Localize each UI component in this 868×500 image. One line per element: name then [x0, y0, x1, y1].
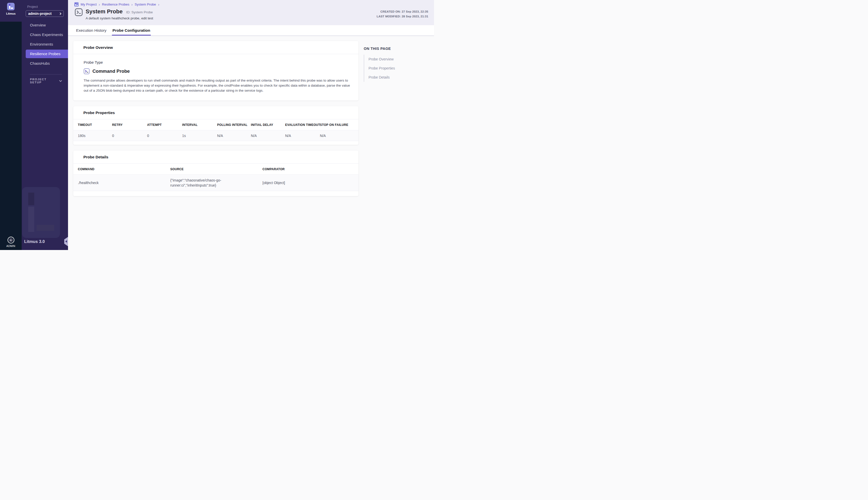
breadcrumb-separator: › — [99, 2, 100, 7]
tab-probe-configuration[interactable]: Probe Configuration — [113, 25, 150, 35]
chevron-right-icon — [59, 13, 61, 15]
sidebar-item-overview[interactable]: Overview — [22, 21, 68, 30]
breadcrumb-separator: › — [132, 2, 133, 7]
main-area: My Project › Resilience Probes › System … — [68, 0, 434, 250]
breadcrumb-separator: › — [158, 2, 159, 7]
details-header-row: COMMAND SOURCE COMPARATOR — [73, 164, 359, 175]
project-selector-value: admin-project — [28, 12, 52, 15]
sidebar-item-environments[interactable]: Environments — [22, 40, 68, 48]
val-interval: 1s — [182, 134, 217, 138]
probe-details-heading: Probe Details — [73, 150, 359, 164]
val-stop-on-failure: N/A — [320, 134, 359, 138]
probe-type-label: Probe Type — [83, 60, 356, 65]
onpage-link-probe-properties[interactable]: Probe Properties — [369, 64, 427, 73]
rail-brand-block: Litmus — [0, 0, 22, 22]
tab-bar: Execution History Probe Configuration — [68, 25, 434, 36]
val-attempt: 0 — [147, 134, 182, 138]
project-setup-label: PROJECT SETUP — [30, 78, 59, 84]
breadcrumb-system-probe[interactable]: System Probe — [135, 2, 156, 6]
content: Probe Overview Probe Type Command Probe … — [68, 36, 434, 250]
onpage-link-probe-overview[interactable]: Probe Overview — [369, 55, 427, 64]
probe-id: ID: System Probe — [126, 10, 153, 14]
page-title: System Probe — [86, 8, 123, 15]
sidebar-item-resilience-probes[interactable]: Resilience Probes — [26, 49, 68, 58]
card-footer-spacer — [73, 191, 359, 196]
col-polling-interval: POLLING INTERVAL — [217, 123, 251, 127]
col-timeout: TIMEOUT — [78, 123, 112, 127]
collapse-arrow-icon — [65, 240, 67, 243]
col-retry: RETRY — [112, 123, 147, 127]
sidebar-item-chaos-experiments[interactable]: Chaos Experiments — [22, 31, 68, 39]
breadcrumb-resilience-probes[interactable]: Resilience Probes — [102, 2, 129, 6]
title-block: System Probe ID: System Probe A default … — [75, 8, 153, 20]
val-retry: 0 — [112, 134, 147, 138]
avatar[interactable]: A — [8, 237, 14, 243]
probe-properties-heading: Probe Properties — [73, 106, 359, 120]
sidebar-divider — [30, 74, 62, 75]
logo-horizontal-bar — [11, 8, 13, 9]
project-label: Project — [27, 5, 68, 9]
page-header: My Project › Resilience Probes › System … — [68, 0, 434, 25]
sidebar: Project admin-project Overview Chaos Exp… — [22, 0, 68, 250]
on-this-page-nav: ON THIS PAGE Probe Overview Probe Proper… — [364, 47, 427, 82]
on-this-page-heading: ON THIS PAGE — [364, 47, 427, 50]
watermark-bar — [28, 207, 34, 232]
timestamps: CREATED ON: 27 Sep 2023, 22:35 LAST MODI… — [376, 9, 428, 19]
created-on: CREATED ON: 27 Sep 2023, 22:35 — [376, 9, 428, 14]
probe-details-card: Probe Details COMMAND SOURCE COMPARATOR … — [73, 150, 359, 196]
watermark-bar — [28, 193, 34, 205]
val-command: ./healthcheck — [78, 181, 170, 185]
probe-properties-card: Probe Properties TIMEOUT RETRY ATTEMPT I… — [73, 106, 359, 145]
terminal-icon — [75, 8, 83, 16]
sidebar-item-chaoshubs[interactable]: ChaosHubs — [22, 59, 68, 68]
user-role-label: ADMIN — [0, 245, 22, 248]
val-timeout: 180s — [78, 134, 112, 138]
onpage-link-probe-details[interactable]: Probe Details — [369, 73, 427, 82]
probe-description: The command probe allows developers to r… — [83, 78, 356, 93]
val-comparator: [object Object] — [262, 181, 359, 185]
brand-name: Litmus — [0, 12, 22, 15]
col-interval: INTERVAL — [182, 123, 217, 127]
probe-subtitle: A default system healthcheck probe, edit… — [86, 16, 153, 20]
project-selector[interactable]: admin-project — [26, 10, 64, 17]
col-source: SOURCE — [170, 168, 262, 171]
chevron-down-icon — [59, 79, 62, 82]
command-probe-icon — [83, 68, 90, 74]
val-polling-interval: N/A — [217, 134, 251, 138]
breadcrumb-logo-icon — [74, 2, 79, 7]
project-setup-toggle[interactable]: PROJECT SETUP — [22, 78, 68, 84]
sidebar-nav: Overview Chaos Experiments Environments … — [22, 21, 68, 68]
last-modified: LAST MODIFIED: 28 Sep 2023, 21:31 — [376, 14, 428, 19]
details-value-row: ./healthcheck {"image":"chaosnative/chao… — [73, 175, 359, 191]
breadcrumb-my-project[interactable]: My Project — [81, 2, 97, 6]
user-menu[interactable]: A ADMIN — [0, 237, 22, 248]
probe-overview-heading: Probe Overview — [73, 41, 359, 54]
col-evaluation-timeout: EVALUATION TIMEOUT — [285, 123, 320, 127]
watermark-bar — [36, 225, 54, 231]
val-evaluation-timeout: N/A — [285, 134, 320, 138]
logo-vertical-bar — [9, 6, 10, 9]
properties-header-row: TIMEOUT RETRY ATTEMPT INTERVAL POLLING I… — [73, 120, 359, 130]
col-comparator: COMPARATOR — [262, 168, 359, 171]
probe-overview-card: Probe Overview Probe Type Command Probe … — [73, 41, 359, 101]
card-footer-spacer — [73, 141, 359, 145]
breadcrumb: My Project › Resilience Probes › System … — [74, 2, 159, 7]
left-rail: Litmus A ADMIN — [0, 0, 22, 250]
col-initial-delay: INITIAL DELAY — [251, 123, 285, 127]
col-attempt: ATTEMPT — [147, 123, 182, 127]
col-stop-on-failure: STOP ON FAILURE — [320, 123, 359, 127]
tab-execution-history[interactable]: Execution History — [76, 25, 106, 35]
properties-value-row: 180s 0 0 1s N/A N/A N/A N/A — [73, 130, 359, 141]
avatar-initial: A — [9, 238, 13, 242]
logo-accent-bar — [9, 4, 10, 6]
app-version: Litmus 3.0 — [24, 239, 45, 244]
col-command: COMMAND — [78, 168, 170, 171]
val-source: {"image":"chaosnative/chaos-go-runner:ci… — [170, 178, 227, 188]
litmus-watermark — [22, 187, 60, 238]
probe-type-value: Command Probe — [92, 68, 130, 74]
litmus-logo-icon[interactable] — [7, 3, 15, 10]
val-initial-delay: N/A — [251, 134, 285, 138]
